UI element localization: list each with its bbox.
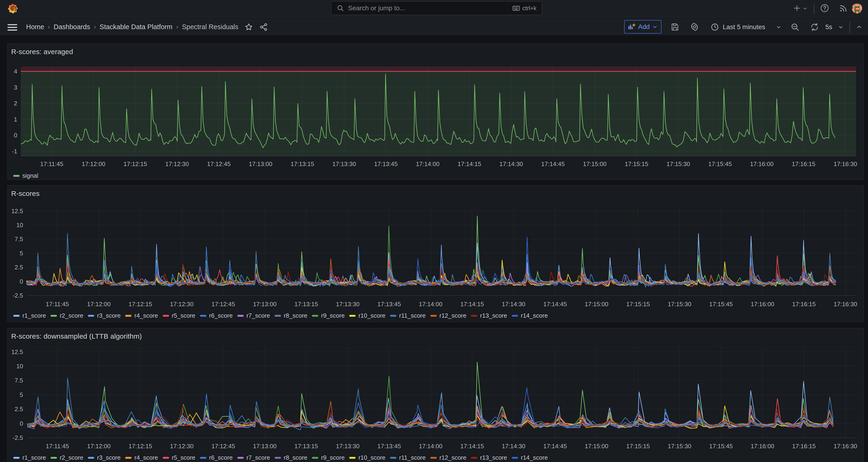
svg-text:17:11:45: 17:11:45 [46, 443, 69, 450]
svg-text:17:14:45: 17:14:45 [543, 443, 567, 450]
svg-text:5: 5 [20, 391, 23, 398]
svg-text:17:12:00: 17:12:00 [87, 443, 111, 450]
svg-text:17:12:30: 17:12:30 [170, 443, 193, 450]
svg-text:17:15:30: 17:15:30 [668, 443, 691, 450]
svg-text:10: 10 [16, 363, 23, 370]
svg-text:17:12:15: 17:12:15 [128, 443, 152, 450]
svg-text:17:13:15: 17:13:15 [294, 443, 318, 450]
svg-text:17:14:00: 17:14:00 [419, 443, 442, 450]
svg-text:17:12:45: 17:12:45 [212, 443, 235, 450]
svg-text:17:15:15: 17:15:15 [626, 443, 650, 450]
svg-text:12.5: 12.5 [11, 348, 23, 356]
svg-text:17:15:00: 17:15:00 [585, 443, 608, 450]
svg-text:7.5: 7.5 [15, 377, 23, 384]
svg-text:17:13:30: 17:13:30 [336, 443, 360, 450]
svg-text:-2.5: -2.5 [12, 434, 23, 441]
svg-text:17:13:45: 17:13:45 [377, 443, 401, 450]
svg-text:17:14:15: 17:14:15 [460, 443, 484, 450]
svg-text:17:16:15: 17:16:15 [792, 443, 816, 450]
svg-text:17:16:30: 17:16:30 [834, 443, 857, 450]
svg-text:17:15:45: 17:15:45 [709, 443, 733, 450]
svg-text:17:13:00: 17:13:00 [253, 443, 277, 450]
svg-text:17:16:00: 17:16:00 [751, 443, 774, 450]
svg-text:0: 0 [20, 420, 23, 427]
svg-text:17:14:30: 17:14:30 [502, 443, 525, 450]
svg-text:2.5: 2.5 [15, 406, 23, 412]
